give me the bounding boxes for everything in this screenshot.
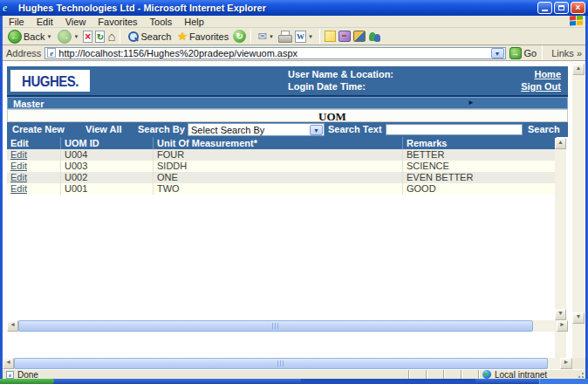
- address-input[interactable]: e http://localhost:1156/Hughes%20pradeep…: [44, 47, 505, 59]
- cell-unit: FOUR: [154, 149, 403, 161]
- scroll-left-button[interactable]: ◄: [3, 358, 14, 369]
- forward-dropdown-icon[interactable]: ▼: [73, 34, 79, 39]
- menu-file[interactable]: File: [3, 17, 31, 27]
- scroll-down-button[interactable]: ▼: [555, 309, 566, 320]
- browser-viewport: HUGHES. User Name & Location: Login Date…: [3, 61, 585, 358]
- create-new-link[interactable]: Create New: [12, 124, 65, 134]
- search-by-select[interactable]: Select Search By ▼: [188, 123, 325, 136]
- messenger-write-button[interactable]: [338, 31, 351, 42]
- cell-unit: TWO: [154, 183, 403, 195]
- action-bar: Create New View All Search By Select Sea…: [7, 122, 568, 137]
- scrollbar-thumb[interactable]: [18, 320, 533, 332]
- cell-uom-id: U002: [61, 172, 154, 183]
- print-button[interactable]: [278, 32, 291, 43]
- forward-button[interactable]: → ▼: [56, 30, 80, 44]
- address-url[interactable]: http://localhost:1156/Hughes%20pradeep/v…: [58, 48, 488, 58]
- windows-logo-icon: [570, 15, 584, 27]
- scrollbar-thumb[interactable]: [14, 358, 548, 369]
- edit-link[interactable]: Edit: [10, 161, 27, 171]
- addressbar-separator: [542, 45, 543, 60]
- address-dropdown-icon[interactable]: ▼: [491, 48, 504, 58]
- home-button[interactable]: ⌂: [107, 30, 115, 43]
- column-header-remarks: Remarks: [403, 137, 557, 149]
- status-panel: [427, 370, 444, 379]
- search-by-label: Search By: [138, 124, 185, 134]
- edit-dropdown-icon[interactable]: ▼: [308, 34, 313, 39]
- edit-link[interactable]: Edit: [10, 149, 27, 160]
- search-submit-button[interactable]: Search: [528, 124, 560, 134]
- site-header: HUGHES. User Name & Location: Login Date…: [7, 66, 568, 95]
- master-menu-item[interactable]: Master: [13, 99, 44, 109]
- home-link[interactable]: Home: [534, 69, 561, 79]
- hughes-logo: HUGHES.: [10, 70, 90, 92]
- menu-view[interactable]: View: [59, 17, 92, 27]
- cell-remarks: EVEN BETTER: [403, 172, 557, 183]
- back-button[interactable]: ← Back ▼: [6, 30, 53, 44]
- messenger-button[interactable]: [368, 31, 381, 43]
- search-text-input[interactable]: [386, 124, 523, 135]
- title-bar: e Hughes Technologies Ltd - Microsoft In…: [0, 0, 588, 16]
- scroll-down-button[interactable]: ▼: [572, 312, 585, 324]
- menu-arrow-icon[interactable]: ►: [468, 99, 475, 106]
- minimize-icon: [542, 10, 548, 11]
- menu-edit[interactable]: Edit: [31, 17, 59, 27]
- ie-app-icon: e: [3, 3, 15, 14]
- address-bar: Address e http://localhost:1156/Hughes%2…: [3, 45, 585, 61]
- select-dropdown-icon[interactable]: ▼: [310, 125, 323, 135]
- column-header-uom-id: UOM ID: [61, 137, 154, 149]
- start-button[interactable]: [0, 379, 54, 384]
- edit-button[interactable]: W ▼: [293, 31, 315, 43]
- system-tray: [539, 379, 588, 384]
- edit-link[interactable]: Edit: [10, 172, 27, 182]
- edit-link[interactable]: Edit: [10, 183, 27, 194]
- scroll-up-button[interactable]: ▲: [555, 138, 566, 149]
- minimize-button[interactable]: [537, 2, 552, 14]
- windows-taskbar: [0, 379, 588, 384]
- view-all-link[interactable]: View All: [85, 124, 122, 134]
- page-favicon: e: [47, 48, 56, 58]
- window-horizontal-scrollbar[interactable]: ◄ ►: [3, 358, 585, 369]
- signout-link[interactable]: Sign Out: [521, 81, 561, 92]
- login-date-label: Login Date Time:: [288, 81, 366, 92]
- restore-button[interactable]: [554, 2, 569, 14]
- taskbar-button[interactable]: [301, 379, 475, 384]
- menu-tools[interactable]: Tools: [144, 17, 179, 27]
- scroll-up-button[interactable]: ▲: [572, 64, 585, 75]
- links-chevron-icon: »: [577, 48, 582, 58]
- scroll-right-button[interactable]: ►: [557, 320, 568, 332]
- stop-button[interactable]: ×: [83, 31, 92, 43]
- table-row: Edit U001 TWO GOOD: [7, 183, 557, 195]
- resize-grip[interactable]: [575, 370, 585, 379]
- research-button[interactable]: [353, 31, 366, 42]
- table-vertical-scrollbar[interactable]: [555, 149, 566, 370]
- menu-favorites[interactable]: Favorites: [92, 17, 143, 27]
- favorites-star-icon: ★: [177, 30, 188, 43]
- mail-dropdown-icon[interactable]: ▼: [269, 34, 274, 39]
- address-label: Address: [6, 48, 41, 58]
- links-button[interactable]: Links »: [548, 48, 582, 58]
- search-icon: [126, 30, 139, 43]
- favorites-button[interactable]: ★ Favorites: [175, 30, 230, 43]
- table-row: Edit U002 ONE EVEN BETTER: [7, 172, 557, 183]
- cell-unit: SIDDH: [154, 161, 403, 172]
- discuss-button[interactable]: [325, 31, 336, 42]
- mail-button[interactable]: ✉ ▼: [256, 30, 276, 43]
- toolbar: ← Back ▼ → ▼ × ↻ ⌂ Search ★ Favorites ↻ …: [3, 28, 585, 45]
- scroll-left-button[interactable]: ◄: [7, 320, 18, 332]
- search-button[interactable]: Search: [125, 30, 173, 43]
- scroll-right-button[interactable]: ►: [560, 358, 572, 369]
- history-button[interactable]: ↻: [233, 30, 246, 43]
- document-icon: e: [6, 371, 14, 379]
- cell-unit: ONE: [154, 172, 403, 183]
- window-border-left: [0, 16, 3, 379]
- go-label: Go: [524, 48, 537, 58]
- favorites-label: Favorites: [189, 31, 229, 42]
- status-message-panel: e Done: [3, 370, 409, 379]
- back-dropdown-icon[interactable]: ▼: [46, 34, 51, 39]
- menu-help[interactable]: Help: [178, 17, 210, 27]
- close-button[interactable]: ×: [571, 2, 585, 14]
- page-vertical-scrollbar[interactable]: [572, 63, 585, 373]
- go-button[interactable]: → Go: [509, 47, 537, 59]
- refresh-button[interactable]: ↻: [95, 31, 105, 43]
- cell-remarks: SCIENCE: [403, 161, 557, 172]
